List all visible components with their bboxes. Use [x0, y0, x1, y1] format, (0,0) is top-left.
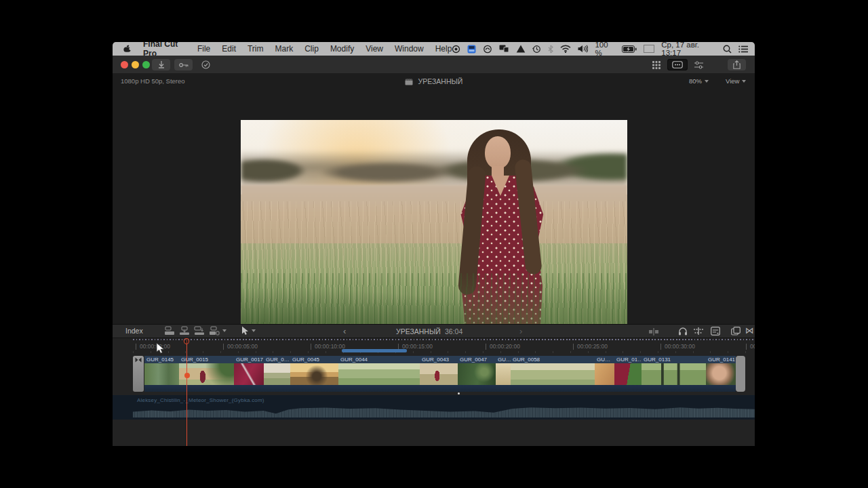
viewer-view-menu[interactable]: View: [726, 77, 746, 85]
timeline-back-button[interactable]: ‹: [343, 326, 346, 336]
connect-edit-button[interactable]: [164, 326, 175, 336]
timeline-pane: 00:00:00:00 00:00:05:00 00:00:10:00 00:0…: [113, 338, 755, 446]
timeline-clip[interactable]: GUR_0047: [458, 356, 496, 392]
bluetooth-icon[interactable]: [548, 45, 553, 54]
creative-cloud-icon[interactable]: [483, 45, 492, 54]
window-zoom-button[interactable]: [142, 61, 150, 68]
browser-grid-icon: [652, 60, 661, 70]
menu-item-file[interactable]: File: [197, 44, 210, 54]
timeline-clip[interactable]: GU…: [595, 356, 615, 392]
share-button[interactable]: [728, 59, 746, 70]
displays-icon[interactable]: [499, 45, 509, 53]
audio-track[interactable]: Aleksey_Chistilin_-_Meteor_Shower_(Gybka…: [113, 395, 755, 420]
menu-item-trim[interactable]: Trim: [248, 44, 264, 54]
menu-item-window[interactable]: Window: [395, 44, 424, 54]
playhead-handle[interactable]: [184, 338, 189, 344]
timeline-clip[interactable]: GUR_0145: [144, 356, 180, 392]
timeline-clip[interactable]: GUR_0045: [290, 356, 339, 392]
menu-item-mark[interactable]: Mark: [275, 44, 294, 54]
timeline-project-title: УРЕЗАННЫЙ: [396, 327, 441, 336]
import-media-button[interactable]: [152, 59, 170, 70]
menu-clock[interactable]: Ср, 17 авг. 13:17: [661, 42, 716, 57]
ruler-tick: 00:00:10:00: [311, 344, 345, 350]
arrow-tool-icon: [241, 326, 249, 336]
check-circle-icon: [201, 60, 210, 69]
timeline-clip[interactable]: GUR_0141: [706, 356, 736, 392]
wifi-icon[interactable]: [560, 45, 571, 53]
video-canvas[interactable]: [241, 120, 627, 338]
effects-browser-button[interactable]: [731, 326, 741, 336]
transitions-browser-button[interactable]: ⋈: [745, 325, 754, 336]
ruler-tick: 00:00:20:00: [486, 344, 520, 350]
menu-item-clip[interactable]: Clip: [304, 44, 319, 54]
menu-item-modify[interactable]: Modify: [330, 44, 354, 54]
warning-triangle-icon[interactable]: [516, 45, 526, 53]
inspector-sliders-icon: [694, 61, 703, 69]
keyword-editor-button[interactable]: [174, 59, 193, 70]
clip-appearance-button[interactable]: [711, 326, 720, 336]
ruler-subticks: [133, 351, 755, 353]
ruler-tick: 00:00:25:00: [573, 344, 608, 350]
keyboard-app-icon[interactable]: [467, 45, 476, 54]
apple-menu[interactable]: [123, 44, 132, 54]
transition-clip[interactable]: [736, 356, 745, 392]
timeline-clip[interactable]: GU…: [496, 356, 511, 392]
tool-select-menu[interactable]: [241, 326, 256, 336]
window-minimize-button[interactable]: [132, 61, 139, 68]
show-inspector-button[interactable]: [690, 59, 708, 70]
trim-display-icon[interactable]: [648, 327, 659, 336]
timeline-clip[interactable]: GUR_0131: [642, 356, 707, 392]
ruler-tick-partial: 00: [746, 344, 755, 350]
fcp-window: Final Cut Pro File Edit Trim Mark Clip M…: [113, 42, 755, 446]
audio-waveform: [133, 405, 755, 418]
clip-marker-dot: [458, 392, 460, 394]
spotlight-search-icon[interactable]: [723, 45, 732, 54]
viewer-zoom-menu[interactable]: 80%: [689, 77, 709, 85]
face: [485, 136, 511, 169]
fcp-toolbar: [113, 56, 755, 74]
insert-edit-button[interactable]: [179, 326, 190, 336]
key-icon: [179, 62, 189, 68]
timeline-pane-icon: [672, 61, 683, 68]
timeline-clip[interactable]: GUR_0043: [420, 356, 458, 392]
import-arrow-icon: [158, 61, 165, 68]
ruler-tick: 00:00:05:00: [223, 344, 258, 350]
overwrite-edit-menu[interactable]: [209, 326, 226, 336]
mouse-cursor: [156, 342, 165, 357]
timeline-clip[interactable]: GUR_0…: [264, 356, 291, 392]
timeline-clip[interactable]: GUR_0058: [511, 356, 595, 392]
timeline-clip[interactable]: GUR_0017: [234, 356, 264, 392]
timeline-clip[interactable]: GUR_0044: [338, 356, 420, 392]
menu-item-edit[interactable]: Edit: [222, 44, 236, 54]
show-browser-button[interactable]: [648, 59, 665, 70]
ruler-tick: 00:00:30:00: [660, 344, 695, 350]
chevron-down-icon: [222, 329, 226, 332]
timeline-forward-button[interactable]: ›: [519, 326, 522, 336]
transition-clip[interactable]: [133, 356, 144, 392]
window-close-button[interactable]: [121, 61, 128, 68]
audio-track-name: Aleksey_Chistilin_-_Meteor_Shower_(Gybka…: [137, 397, 264, 403]
snapping-button[interactable]: [693, 326, 704, 336]
menu-item-help[interactable]: Help: [435, 44, 452, 54]
menu-bar: Final Cut Pro File Edit Trim Mark Clip M…: [113, 42, 755, 56]
playhead[interactable]: [186, 338, 187, 446]
timeline-ruler[interactable]: 00:00:00:00 00:00:05:00 00:00:10:00 00:0…: [113, 340, 755, 354]
share-icon: [733, 60, 741, 69]
append-edit-button[interactable]: [194, 326, 205, 336]
index-button[interactable]: Index: [125, 327, 143, 335]
volume-icon[interactable]: [578, 45, 588, 53]
input-language-flag-ru[interactable]: [644, 45, 654, 53]
background-tasks-button[interactable]: [197, 59, 215, 70]
solo-headphones-button[interactable]: [678, 326, 688, 336]
battery-percent: 100 %: [595, 42, 615, 57]
screen-record-icon[interactable]: [452, 45, 460, 54]
transition-icon: [135, 357, 142, 363]
show-timeline-button[interactable]: [667, 59, 688, 70]
chevron-down-icon: [705, 80, 709, 83]
time-machine-icon[interactable]: [532, 45, 541, 54]
apple-icon: [123, 44, 132, 54]
playhead-dot: [184, 373, 190, 378]
menu-item-view[interactable]: View: [366, 44, 383, 54]
notification-list-icon[interactable]: [738, 45, 748, 53]
timeline-clip[interactable]: GUR_01…: [614, 356, 642, 392]
